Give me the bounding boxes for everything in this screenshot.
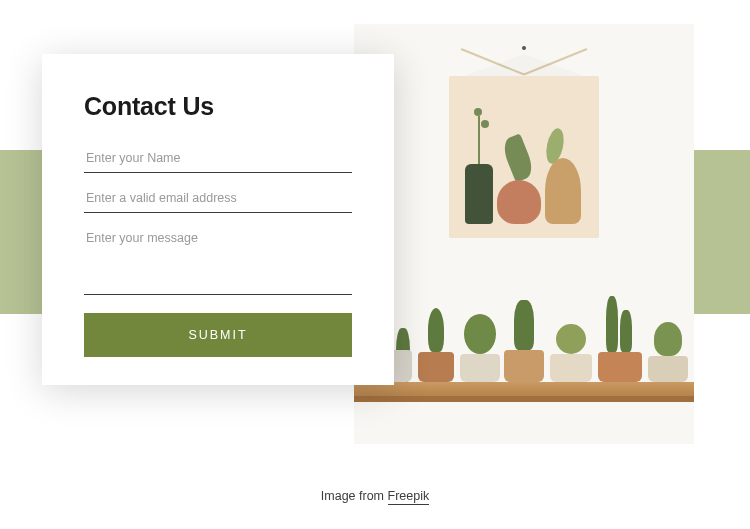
image-credit: Image from Freepik — [0, 489, 750, 503]
credit-link[interactable]: Freepik — [388, 489, 430, 505]
decorative-image — [354, 24, 694, 444]
email-input[interactable] — [84, 183, 352, 213]
form-title: Contact Us — [84, 92, 352, 121]
message-textarea[interactable] — [84, 223, 352, 295]
submit-button[interactable]: SUBMIT — [84, 313, 352, 357]
credit-prefix: Image from — [321, 489, 388, 503]
name-input[interactable] — [84, 143, 352, 173]
wall-art — [449, 50, 599, 238]
plant-shelf — [354, 262, 694, 382]
contact-form-card: Contact Us SUBMIT — [42, 54, 394, 385]
